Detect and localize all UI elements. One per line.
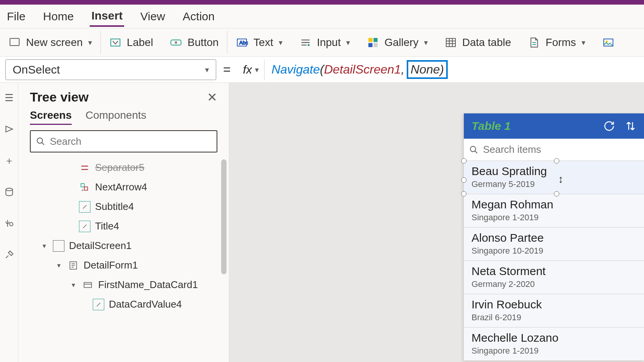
svg-rect-6 — [368, 38, 373, 42]
hamburger-icon[interactable]: ☰ — [3, 92, 15, 103]
new-screen-button[interactable]: New screen ▾ — [0, 28, 100, 56]
preview-title: Table 1 — [472, 120, 511, 133]
app-preview: Table 1 ↕ — [464, 113, 644, 361]
selection-handle[interactable] — [461, 191, 467, 197]
fx-label: fx — [243, 63, 252, 76]
gallery-item[interactable]: Megan Rohman Singapore 1-2019 — [464, 194, 644, 228]
label-icon — [79, 221, 90, 232]
tree-node-nextarrow4[interactable]: + NextArrow4 — [21, 177, 226, 197]
svg-rect-17 — [84, 187, 88, 190]
input-button[interactable]: Input ▾ — [291, 28, 358, 56]
property-selector[interactable]: OnSelect ▾ — [5, 59, 216, 80]
tree-node-title4[interactable]: Title4 — [21, 216, 226, 236]
tree-node-label: Title4 — [95, 220, 119, 232]
menu-file[interactable]: File — [5, 7, 27, 26]
gallery-item[interactable]: Alonso Partee Singapore 10-2019 — [464, 228, 644, 261]
canvas-area[interactable]: Table 1 ↕ — [229, 83, 644, 362]
form-icon — [67, 260, 79, 271]
gallery-icon — [367, 36, 379, 49]
svg-rect-16 — [81, 183, 84, 187]
screen-icon — [53, 240, 64, 252]
tab-components[interactable]: Components — [85, 109, 146, 125]
svg-point-5 — [307, 44, 309, 46]
formula-open-paren: ( — [320, 62, 324, 77]
tree-search-box[interactable] — [30, 130, 217, 152]
svg-point-21 — [470, 146, 476, 152]
input-label: Input — [317, 36, 341, 49]
sort-icon[interactable] — [625, 120, 636, 132]
selection-handle[interactable] — [461, 177, 467, 183]
gallery-item[interactable]: Mechelle Lozano Singapore 1-2019 — [464, 328, 644, 361]
tree-node-detailform1[interactable]: ▾ DetailForm1 — [21, 256, 226, 275]
gallery-item-selected[interactable]: ↕ Beau Spratling Germany 5-2019 — [464, 161, 644, 194]
resize-cursor-icon: ↕ — [558, 173, 564, 185]
tree-node-label: Separator5 — [95, 162, 145, 174]
gallery-item[interactable]: Irvin Roebuck Brazil 6-2019 — [464, 294, 644, 328]
text-icon: Abc — [236, 36, 248, 49]
tree-search-input[interactable] — [50, 136, 211, 147]
tree-node-separator5[interactable]: Separator5 — [21, 158, 226, 177]
gallery-item-subtitle: Brazil 6-2019 — [472, 313, 636, 323]
tree-node-label: Subtitle4 — [95, 201, 134, 213]
formula-comma: , — [401, 62, 404, 77]
chevron-down-icon[interactable]: ▾ — [69, 281, 77, 289]
formula-bar: OnSelect ▾ = fx ▾ Navigate ( DetailScree… — [0, 57, 644, 83]
tab-screens[interactable]: Screens — [30, 109, 72, 125]
gallery-item-title: Megan Rohman — [472, 198, 636, 211]
svg-point-14 — [10, 223, 13, 226]
menu-action[interactable]: Action — [181, 7, 216, 26]
formula-close-paren: ) — [440, 62, 444, 77]
datatable-button[interactable]: Data table — [436, 28, 520, 56]
insert-icon[interactable]: ＋ — [3, 155, 15, 166]
text-button[interactable]: Abc Text ▾ — [227, 28, 291, 56]
close-icon[interactable]: ✕ — [207, 90, 217, 105]
fx-button[interactable]: fx ▾ — [238, 59, 264, 80]
svg-rect-0 — [10, 38, 19, 46]
tree-node-firstname-datacard1[interactable]: ▾ FirstName_DataCard1 — [21, 275, 226, 295]
gallery-item-title: Mechelle Lozano — [472, 331, 636, 344]
tree-node-subtitle4[interactable]: Subtitle4 — [21, 197, 226, 216]
label-icon — [109, 36, 122, 49]
label-button[interactable]: Label — [101, 28, 162, 56]
chevron-down-icon[interactable]: ▾ — [40, 242, 48, 250]
scrollbar[interactable] — [221, 159, 227, 274]
tree-node-label: FirstName_DataCard1 — [98, 279, 198, 291]
group-icon: + — [79, 182, 90, 193]
formula-function: Navigate — [271, 62, 320, 77]
data-icon[interactable] — [3, 186, 15, 198]
menu-home[interactable]: Home — [41, 7, 75, 26]
menu-bar: File Home Insert View Action — [0, 5, 644, 28]
tree-view-panel: Tree view ✕ Screens Components Separator… — [18, 83, 229, 362]
tree-view-icon[interactable] — [3, 123, 15, 135]
selection-handle[interactable] — [554, 158, 559, 164]
property-name: OnSelect — [13, 63, 60, 76]
gallery-item[interactable]: Neta Storment Germany 2-2020 — [464, 261, 644, 294]
search-icon — [36, 136, 45, 146]
forms-button[interactable]: Forms ▾ — [519, 28, 593, 56]
tree-node-detailscreen1[interactable]: ▾ DetailScreen1 — [21, 236, 226, 256]
datatable-icon — [445, 36, 457, 49]
preview-search-input[interactable] — [483, 144, 639, 156]
label-icon — [93, 299, 104, 310]
media-rail-icon[interactable] — [3, 218, 15, 229]
chevron-down-icon[interactable]: ▾ — [54, 261, 63, 270]
menu-insert[interactable]: Insert — [90, 6, 124, 27]
selection-handle[interactable] — [461, 158, 467, 164]
menu-view[interactable]: View — [139, 7, 166, 26]
gallery-item-subtitle: Singapore 10-2019 — [472, 246, 636, 256]
chevron-down-icon: ▾ — [205, 65, 209, 74]
svg-rect-1 — [111, 39, 120, 46]
search-icon — [469, 145, 478, 155]
button-button[interactable]: Button — [161, 28, 227, 56]
selection-handle[interactable] — [554, 191, 559, 197]
gallery-button[interactable]: Gallery ▾ — [358, 28, 436, 56]
refresh-icon[interactable] — [603, 120, 615, 132]
tree-node-datacardvalue4[interactable]: DataCardValue4 — [21, 295, 226, 314]
preview-search-box[interactable] — [464, 139, 644, 161]
formula-input[interactable]: Navigate ( DetailScreen1 , None ) — [271, 60, 448, 79]
tools-icon[interactable] — [3, 249, 15, 260]
svg-point-15 — [37, 138, 43, 143]
input-icon — [299, 36, 312, 49]
chevron-down-icon: ▾ — [424, 38, 428, 47]
media-button[interactable] — [594, 28, 623, 56]
